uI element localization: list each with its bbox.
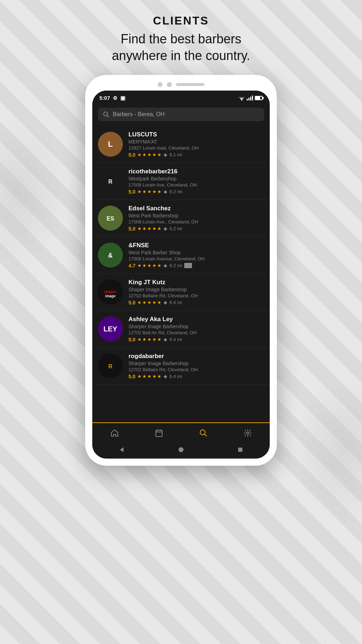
barber-meta: 5.0 ★ ★ ★ ★ ★ ◆ 6.4 mi	[128, 300, 264, 305]
wifi-icon	[238, 96, 245, 101]
barber-info: &FNSE West Park Barber Shop 17008 Lorain…	[128, 242, 264, 269]
barber-meta: 5.0 ★ ★ ★ ★ ★ ◆ 6.2 mi	[128, 226, 264, 232]
list-item[interactable]: L LUSCUTS MERYMA'AT 12827 Lorain road, C…	[92, 126, 270, 163]
search-nav-icon	[199, 429, 208, 437]
barber-address: 12702 Bellaire Rd, Cleveland, OH	[128, 293, 264, 298]
svg-rect-30	[238, 448, 242, 452]
svg-point-29	[179, 447, 183, 452]
avatar: L	[98, 132, 123, 157]
barber-rating: 5.0	[128, 300, 135, 305]
barber-address: 17008 Lorain Ave, Cleveland, OH	[128, 182, 264, 188]
barber-info: Ashley Aka Ley Sharper Image Barbershop …	[128, 316, 264, 342]
barber-rating: 4.7	[128, 263, 135, 269]
diamond-icon: ◆	[164, 374, 167, 379]
avatar: ES	[98, 206, 123, 231]
back-button[interactable]	[118, 446, 126, 454]
barber-meta: 5.0 ★ ★ ★ ★ ★ ◆ 6.4 mi	[128, 337, 264, 342]
recent-button[interactable]	[236, 446, 244, 454]
list-item[interactable]: ES Edsel Sanchez West Park Barbershop 17…	[92, 200, 270, 237]
barber-shop: MERYMA'AT	[128, 139, 264, 145]
barber-distance: 6.4 mi	[169, 300, 182, 305]
battery-icon	[255, 96, 263, 100]
barber-meta: 5.0 ★ ★ ★ ★ ★ ◆ 6.2 mi	[128, 189, 264, 195]
barber-name: &FNSE	[128, 242, 264, 249]
barber-name: King JT Kutz	[128, 279, 264, 286]
list-item[interactable]: shaper image King JT Kutz Shaper Image B…	[92, 274, 270, 311]
svg-rect-21	[156, 430, 162, 437]
diamond-icon: ◆	[164, 337, 167, 342]
barber-shop: Sharper Image Barbershop	[128, 361, 264, 366]
avatar: LEY	[98, 316, 123, 341]
system-nav	[92, 442, 270, 459]
home-icon	[110, 429, 119, 437]
calendar-icon	[155, 429, 163, 437]
barber-distance: 6.2 mi	[169, 263, 182, 268]
barber-distance: 6.4 mi	[169, 337, 182, 342]
signal-icon	[247, 96, 253, 101]
list-item[interactable]: R ricothebarber216 Westpark Barbershop 1…	[92, 163, 270, 200]
stars: ★ ★ ★ ★ ★	[137, 189, 161, 194]
barber-rating: 5.0	[128, 226, 135, 232]
phone-frame: 5:07 ⚙ ▣	[85, 75, 277, 466]
sim-icon: ▣	[120, 95, 125, 101]
barber-meta: 4.7 ★ ★ ★ ★ ★ ◆ 6.2 mi	[128, 263, 264, 269]
phone-camera-left	[158, 82, 163, 87]
diamond-icon: ◆	[164, 226, 167, 231]
barber-shop: Shaper Image Barbershop	[128, 287, 264, 292]
avatar: shaper image	[98, 280, 123, 304]
barber-distance: 6.4 mi	[169, 374, 182, 379]
barber-name: rogdabarber	[128, 353, 264, 360]
phone-screen: 5:07 ⚙ ▣	[92, 91, 270, 459]
stars: ★ ★ ★ ★ ★	[137, 263, 161, 268]
settings-icon	[243, 429, 252, 437]
list-item[interactable]: & &FNSE West Park Barber Shop 17008 Lora…	[92, 237, 270, 274]
barber-name: Ashley Aka Ley	[128, 316, 264, 323]
barber-name: ricothebarber216	[128, 168, 264, 175]
barber-distance: 6.1 mi	[169, 152, 182, 157]
svg-text:&: &	[108, 252, 113, 259]
home-button[interactable]	[177, 446, 185, 454]
barber-meta: 5.0 ★ ★ ★ ★ ★ ◆ 6.1 mi	[128, 152, 264, 158]
barber-distance: 6.2 mi	[169, 226, 182, 231]
svg-text:R: R	[108, 363, 113, 369]
list-item[interactable]: LEY Ashley Aka Ley Sharper Image Barbers…	[92, 311, 270, 348]
nav-calendar[interactable]	[148, 427, 170, 439]
barber-info: ricothebarber216 Westpark Barbershop 170…	[128, 168, 264, 195]
svg-line-26	[204, 434, 207, 436]
page-subtitle: Find the best barbersanywhere in the cou…	[112, 31, 250, 64]
barber-shop: Sharper Image Barbershop	[128, 324, 264, 329]
list-item[interactable]: R rogdabarber Sharper Image Barbershop 1…	[92, 348, 270, 385]
nav-home[interactable]	[103, 427, 126, 439]
barber-rating: 5.0	[128, 337, 135, 342]
search-icon	[103, 111, 109, 118]
barber-name: LUSCUTS	[128, 131, 264, 138]
svg-text:ES: ES	[106, 216, 114, 222]
page-title: CLIENTS	[112, 14, 250, 27]
barber-shop: West Park Barbershop	[128, 213, 264, 218]
barber-address: 17008 Lorain Ave., Cleveland, OH	[128, 219, 264, 224]
diamond-icon: ◆	[164, 300, 167, 305]
stars: ★ ★ ★ ★ ★	[137, 300, 161, 305]
stars: ★ ★ ★ ★ ★	[137, 226, 161, 231]
barber-distance: 6.2 mi	[169, 189, 182, 194]
barber-shop: Westpark Barbershop	[128, 176, 264, 182]
nav-settings[interactable]	[236, 427, 259, 439]
svg-line-5	[107, 115, 109, 117]
barber-info: LUSCUTS MERYMA'AT 12827 Lorain road, Cle…	[128, 131, 264, 158]
gear-icon: ⚙	[113, 95, 117, 101]
barber-address: 12702 Bellaire Rd, Cleveland, OH	[128, 367, 264, 372]
status-bar: 5:07 ⚙ ▣	[92, 91, 270, 104]
phone-top-bar	[92, 82, 270, 87]
nav-search[interactable]	[192, 427, 215, 439]
barber-rating: 5.0	[128, 374, 135, 379]
diamond-icon: ◆	[164, 263, 167, 268]
status-right	[238, 96, 263, 101]
barber-name: Edsel Sanchez	[128, 205, 264, 212]
search-container: Barbers - Berea, OH	[92, 104, 270, 126]
search-bar[interactable]: Barbers - Berea, OH	[98, 108, 264, 121]
barber-info: rogdabarber Sharper Image Barbershop 127…	[128, 353, 264, 379]
diamond-icon: ◆	[164, 152, 167, 157]
diamond-icon: ◆	[164, 189, 167, 194]
barber-info: King JT Kutz Shaper Image Barbershop 127…	[128, 279, 264, 305]
credit-card-icon	[184, 263, 192, 268]
